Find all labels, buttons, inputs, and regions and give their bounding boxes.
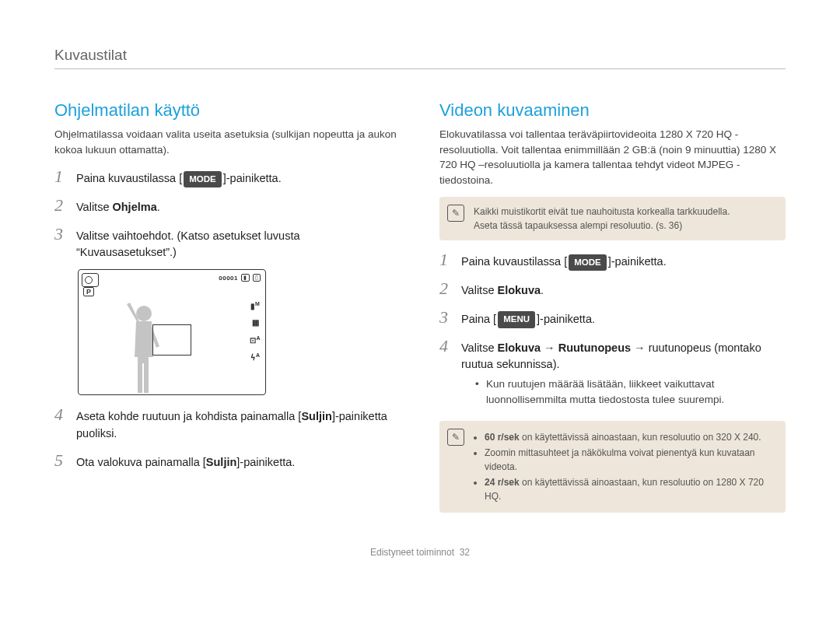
grid-icon: ▦ [250,318,261,328]
step-text: Valitse Ohjelma. [76,199,160,216]
right-step-1: 1 Paina kuvaustilassa [MODE]-painiketta. [439,250,786,271]
shot-count: 00001 [219,275,238,282]
step-number: 3 [54,224,68,244]
step-text: Ota valokuva painamalla [Suljin]-painike… [76,454,295,471]
menu-chip: MENU [498,311,535,328]
battery-icon: ▮ [241,274,250,282]
preview-top-right: 00001 ▮ ▯ [219,274,261,282]
footer-label: Edistyneet toiminnot [370,547,454,558]
left-step-2: 2 Valitse Ohjelma. [54,195,401,216]
step-number: 5 [54,450,68,471]
step-number: 4 [54,405,68,425]
step-text: Valitse Elokuva → Ruutunopeus → ruutunop… [461,340,786,412]
note-icon: ✎ [447,429,464,446]
left-step-4: 4 Aseta kohde ruutuun ja kohdista painam… [54,405,401,443]
step-bullet: Kun ruutujen määrää lisätään, liikkeet v… [475,377,786,408]
step-text: Aseta kohde ruutuun ja kohdista painamal… [76,408,401,443]
preview-right-icons: ▮M ▦ ⊡A ϟA [250,301,261,362]
note-box-2: ✎ 60 r/sek on käytettävissä ainoastaan, … [439,421,786,513]
note-line: Aseta tässä tapauksessa alempi resoluuti… [474,219,776,233]
camera-preview: P 00001 ▮ ▯ ▮M ▦ ⊡A ϟA [78,269,266,395]
note-line: Kaikki muistikortit eivät tue nauhoitust… [474,205,776,219]
focus-box-icon: ⊡A [250,335,261,345]
content-columns: Ohjelmatilan käyttö Ohjelmatilassa voida… [54,100,786,522]
left-step-3: 3 Valitse vaihtoehdot. (Katso asetukset … [54,224,401,262]
note-item: 60 r/sek on käytettävissä ainoastaan, ku… [485,430,776,444]
note-list: 60 r/sek on käytettävissä ainoastaan, ku… [474,430,776,503]
right-title: Videon kuvaaminen [439,100,786,121]
flash-icon: ϟA [250,352,261,362]
right-step-3: 3 Paina [MENU]-painiketta. [439,307,786,328]
step-number: 2 [439,278,453,299]
metering-icon: ▮M [250,301,261,310]
step-number: 2 [54,195,68,215]
svg-point-0 [136,306,152,321]
step-text: Valitse Elokuva. [461,282,544,299]
right-intro: Elokuvatilassa voi tallentaa teräväpiirt… [439,127,786,187]
footer-page: 32 [460,547,470,558]
right-step-4: 4 Valitse Elokuva → Ruutunopeus → ruutun… [439,336,786,412]
step-number: 1 [439,250,453,270]
left-step-1: 1 Paina kuvaustilassa [MODE]-painiketta. [54,166,401,187]
right-step-2: 2 Valitse Elokuva. [439,278,786,299]
step-text: Paina kuvaustilassa [MODE]-painiketta. [76,170,282,187]
focus-frame [152,324,191,356]
note-item: Zoomin mittasuhteet ja näkökulma voivat … [485,446,776,474]
left-intro: Ohjelmatilassa voidaan valita useita ase… [54,127,401,157]
note-box-1: ✎ Kaikki muistikortit eivät tue nauhoitu… [439,197,786,240]
manual-page: Kuvaustilat Ohjelmatilan käyttö Ohjelmat… [0,0,840,573]
left-title: Ohjelmatilan käyttö [54,100,401,121]
mode-chip: MODE [184,171,222,187]
section-header: Kuvaustilat [54,47,786,69]
right-column: Videon kuvaaminen Elokuvatilassa voi tal… [439,100,786,522]
left-column: Ohjelmatilan käyttö Ohjelmatilassa voida… [54,100,401,522]
note-icon: ✎ [447,205,464,222]
step-number: 1 [54,166,68,187]
mode-chip: MODE [569,254,607,271]
note-item: 24 r/sek on käytettävissä ainoastaan, ku… [485,475,776,503]
mode-indicator: P [83,287,94,296]
page-footer: Edistyneet toiminnot 32 [54,547,786,558]
step-text: Paina kuvaustilassa [MODE]-painiketta. [461,254,667,271]
step-number: 3 [439,307,453,328]
card-icon: ▯ [253,274,261,282]
step-number: 4 [439,336,453,356]
step-text: Paina [MENU]-painiketta. [461,311,595,328]
step-text: Valitse vaihtoehdot. (Katso asetukset lu… [76,228,401,262]
left-step-5: 5 Ota valokuva painamalla [Suljin]-paini… [54,450,401,471]
camera-icon [82,273,99,287]
